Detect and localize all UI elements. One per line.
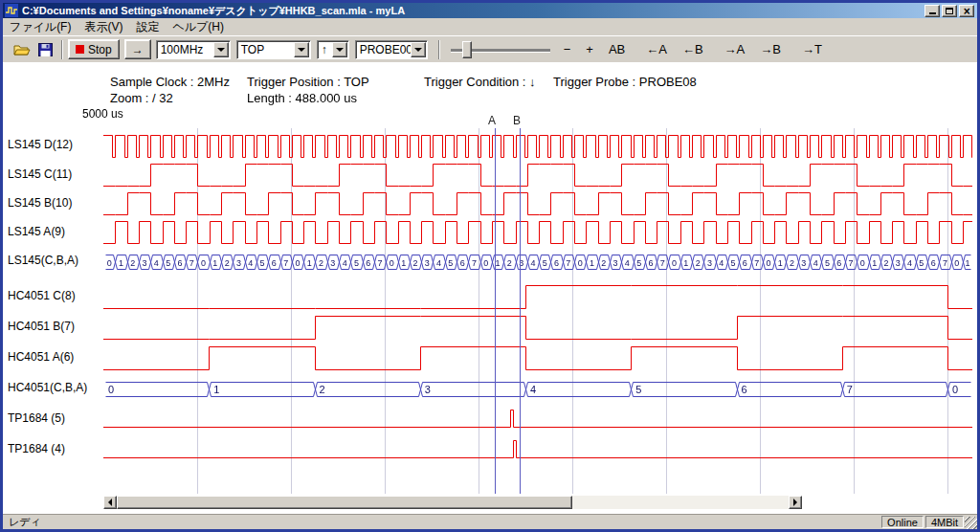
trigger-edge-value: ↑ <box>318 43 332 56</box>
length-info: Length : 488.000 us <box>247 91 357 105</box>
save-icon <box>38 43 53 56</box>
trigger-probe-value: PROBE00 <box>356 43 411 56</box>
channel-label: HC4051 B(7) <box>8 320 75 333</box>
triangle-down <box>414 48 422 52</box>
goto-marker-b-right-button[interactable]: →B <box>755 40 786 58</box>
scroll-right-button[interactable] <box>789 496 802 509</box>
goto-trigger-button[interactable]: →T <box>797 40 827 58</box>
channel-label: HC4051(C,B,A) <box>8 381 87 394</box>
dropdown-arrow-icon[interactable] <box>332 42 347 57</box>
zoom-info: Zoom : / 32 <box>110 91 173 105</box>
dropdown-arrow-icon[interactable] <box>294 42 309 57</box>
app-window: C:¥Documents and Settings¥noname¥デスクトップ¥… <box>0 0 980 532</box>
channel-label: LS145 B(10) <box>8 196 72 210</box>
run-button[interactable]: → <box>124 39 151 59</box>
sample-clock-value: 100MHz <box>157 43 213 56</box>
channel-label: LS145 D(12) <box>8 138 73 151</box>
stop-icon <box>76 45 84 54</box>
triangle-left-icon <box>108 499 112 506</box>
status-memory-badge: 4MBit <box>925 516 964 528</box>
triangle-down <box>298 48 305 52</box>
menu-view[interactable]: 表示(V) <box>78 18 129 36</box>
menu-file[interactable]: ファイル(F) <box>3 18 78 36</box>
trigger-probe-info: Trigger Probe : PROBE08 <box>553 75 697 89</box>
channel-label: HC4051 A(6) <box>8 350 74 364</box>
close-icon <box>963 2 969 19</box>
trigger-position-select[interactable]: TOP <box>236 40 311 59</box>
status-bar: レディ Online 4MBit <box>3 514 977 529</box>
zoom-in-button[interactable]: + <box>581 40 598 58</box>
goto-marker-a-right-button[interactable]: →A <box>720 40 750 58</box>
goto-marker-a-left-button[interactable]: ←A <box>641 40 672 58</box>
waveform-canvas[interactable] <box>103 115 972 494</box>
menu-settings[interactable]: 設定 <box>129 18 166 36</box>
dropdown-arrow-icon[interactable] <box>213 42 229 57</box>
resize-grip-icon[interactable] <box>965 517 977 529</box>
ab-span-button[interactable]: AB <box>604 40 630 58</box>
toolbar-separator <box>61 40 63 59</box>
waveform-hscrollbar[interactable] <box>103 496 802 509</box>
trigger-position-value: TOP <box>237 43 294 56</box>
channel-label: LS145 C(11) <box>8 167 72 181</box>
window-title: C:¥Documents and Settings¥noname¥デスクトップ¥… <box>22 4 924 18</box>
trigger-probe-select[interactable]: PROBE00 <box>355 40 428 59</box>
maximize-button[interactable] <box>942 5 957 17</box>
save-file-button[interactable] <box>33 39 56 60</box>
close-button[interactable] <box>959 5 974 17</box>
channel-label: TP1684 (5) <box>8 411 65 425</box>
channel-label: LS145 A(9) <box>8 225 65 238</box>
open-folder-icon <box>13 43 31 56</box>
menu-bar: ファイル(F) 表示(V) 設定 ヘルプ(H) <box>3 18 977 35</box>
dropdown-arrow-icon[interactable] <box>411 42 426 57</box>
triangle-down <box>336 48 344 52</box>
triangle-down <box>217 48 225 52</box>
minimize-button[interactable] <box>924 5 940 17</box>
sample-clock-select[interactable]: 100MHz <box>156 40 231 59</box>
time-scale-label: 5000 us <box>82 107 123 121</box>
triangle-right-icon <box>793 499 797 506</box>
menu-help[interactable]: ヘルプ(H) <box>166 18 231 36</box>
scroll-thumb[interactable] <box>117 496 572 509</box>
stop-button[interactable]: Stop <box>68 39 120 59</box>
toolbar: Stop → 100MHz TOP ↑ PROBE00 − + AB ←A ←B <box>3 35 977 62</box>
zoom-out-button[interactable]: − <box>559 40 576 58</box>
title-bar[interactable]: C:¥Documents and Settings¥noname¥デスクトップ¥… <box>3 3 977 18</box>
zoom-slider[interactable] <box>451 39 550 60</box>
minimize-icon <box>929 12 936 14</box>
app-icon <box>5 4 18 17</box>
trigger-edge-select[interactable]: ↑ <box>317 40 349 59</box>
status-online-badge: Online <box>881 516 924 528</box>
channel-label: HC4051 C(8) <box>8 289 76 302</box>
trigger-position-info: Trigger Position : TOP <box>247 75 369 89</box>
open-file-button[interactable] <box>11 39 33 60</box>
stop-label: Stop <box>88 43 112 56</box>
sample-clock-info: Sample Clock : 2MHz <box>110 75 230 89</box>
channel-label: TP1684 (4) <box>8 442 65 455</box>
toolbar-separator <box>438 40 440 59</box>
maximize-icon <box>946 8 953 14</box>
status-ready-text: レディ <box>9 515 41 529</box>
channel-label: LS145(C,B,A) <box>8 254 78 267</box>
slider-thumb[interactable] <box>462 41 472 58</box>
goto-marker-b-left-button[interactable]: ←B <box>678 40 708 58</box>
trigger-condition-info: Trigger Condition : ↓ <box>424 75 536 89</box>
scroll-left-button[interactable] <box>103 496 117 509</box>
